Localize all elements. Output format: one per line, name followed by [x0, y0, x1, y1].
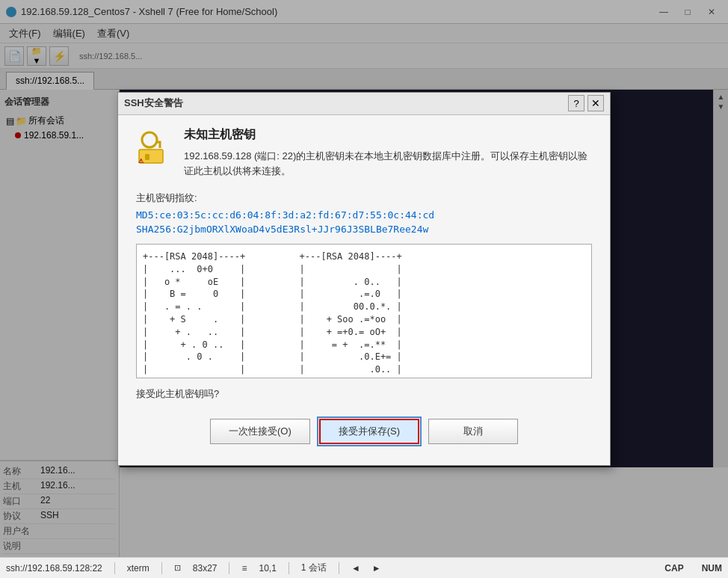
dialog-close-button[interactable]: ✕ — [587, 95, 604, 111]
svg-rect-1 — [145, 154, 149, 160]
btn-cancel[interactable]: 取消 — [428, 419, 518, 444]
divider-2 — [161, 562, 162, 574]
ssh-warning-dialog: SSH安全警告 ? ✕ ⚠ — [117, 92, 611, 466]
fingerprint-md5: MD5:ce:03:5c:cc:d6:04:8f:3d:a2:fd:67:d7:… — [136, 209, 592, 221]
nav-left-arrow[interactable]: ◄ — [351, 563, 360, 574]
fingerprint-section: 主机密钥指纹: MD5:ce:03:5c:cc:d6:04:8f:3d:a2:f… — [136, 191, 592, 235]
main-window: 192.168.59.128_Centos7 - Xshell 7 (Free … — [0, 0, 728, 578]
dialog-title-bar: SSH安全警告 ? ✕ — [118, 93, 610, 115]
divider-5 — [339, 562, 339, 574]
key-art-box: +---[RSA 2048]----+ +---[RSA 2048]----+ … — [136, 244, 592, 378]
accept-question: 接受此主机密钥吗? — [136, 387, 592, 401]
dialog-title: SSH安全警告 — [124, 96, 568, 110]
divider-4 — [289, 562, 289, 574]
warning-icon: ⚠ — [136, 129, 172, 165]
size-icon: ⊡ — [174, 563, 181, 573]
cap-indicator: CAP — [664, 563, 683, 574]
terminal-type: xterm — [127, 563, 149, 574]
nav-right-arrow[interactable]: ► — [372, 563, 381, 574]
dialog-body: ⚠ 未知主机密钥 192.168.59.128 (端口: 22)的主机密钥未在本… — [118, 115, 610, 463]
connection-status: ssh://192.168.59.128:22 — [6, 563, 102, 574]
dialog-text-area: 未知主机密钥 192.168.59.128 (端口: 22)的主机密钥未在本地主… — [184, 127, 592, 180]
terminal-size: 83x27 — [193, 563, 218, 574]
divider-1 — [114, 562, 115, 574]
dialog-overlay: SSH安全警告 ? ✕ ⚠ — [0, 0, 728, 557]
divider-3 — [229, 562, 229, 574]
svg-point-2 — [142, 132, 157, 147]
dialog-buttons: 一次性接受(O) 接受并保存(S) 取消 — [136, 413, 592, 450]
sessions-count: 1 会话 — [301, 562, 327, 574]
btn-accept-save[interactable]: 接受并保存(S) — [319, 419, 419, 444]
btn-once-accept[interactable]: 一次性接受(O) — [210, 419, 310, 444]
svg-text:⚠: ⚠ — [138, 158, 144, 165]
fingerprint-sha: SHA256:G2jbmORXlXWoaD4v5dE3Rsl+JJr96J3SB… — [136, 224, 592, 235]
dialog-description: 192.168.59.128 (端口: 22)的主机密钥未在本地主机密钥数据库中… — [184, 149, 592, 180]
connection-text: ssh://192.168.59.128:22 — [6, 563, 102, 574]
dialog-header: ⚠ 未知主机密钥 192.168.59.128 (端口: 22)的主机密钥未在本… — [136, 127, 592, 180]
cursor-position: 10,1 — [259, 563, 277, 574]
num-indicator: NUM — [702, 563, 722, 574]
position-icon: ≡ — [241, 563, 247, 574]
status-bar: ssh://192.168.59.128:22 xterm ⊡ 83x27 ≡ … — [0, 557, 728, 578]
dialog-main-title: 未知主机密钥 — [184, 127, 592, 143]
dialog-help-button[interactable]: ? — [568, 95, 584, 111]
fingerprint-label: 主机密钥指纹: — [136, 191, 592, 205]
